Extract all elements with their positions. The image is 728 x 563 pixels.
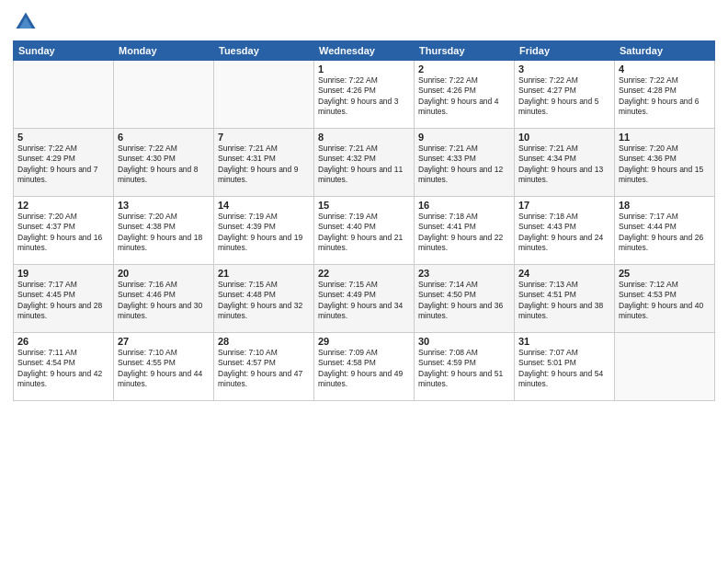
- calendar-day-header: Friday: [515, 41, 615, 61]
- day-info: Sunrise: 7:21 AM Sunset: 4:33 PM Dayligh…: [418, 144, 510, 186]
- calendar-cell: 13Sunrise: 7:20 AM Sunset: 4:38 PM Dayli…: [114, 197, 214, 265]
- day-info: Sunrise: 7:22 AM Sunset: 4:29 PM Dayligh…: [17, 144, 109, 186]
- calendar-cell: 26Sunrise: 7:11 AM Sunset: 4:54 PM Dayli…: [14, 333, 114, 401]
- calendar-cell: 12Sunrise: 7:20 AM Sunset: 4:37 PM Dayli…: [14, 197, 114, 265]
- day-number: 16: [418, 200, 510, 211]
- day-number: 10: [518, 132, 610, 143]
- calendar-cell: 20Sunrise: 7:16 AM Sunset: 4:46 PM Dayli…: [114, 265, 214, 333]
- calendar-cell: 14Sunrise: 7:19 AM Sunset: 4:39 PM Dayli…: [214, 197, 314, 265]
- calendar-cell: 25Sunrise: 7:12 AM Sunset: 4:53 PM Dayli…: [615, 265, 715, 333]
- calendar-cell: 3Sunrise: 7:22 AM Sunset: 4:27 PM Daylig…: [515, 61, 615, 129]
- calendar-cell: 16Sunrise: 7:18 AM Sunset: 4:41 PM Dayli…: [415, 197, 515, 265]
- day-number: 2: [418, 63, 510, 75]
- calendar-cell: 30Sunrise: 7:08 AM Sunset: 4:59 PM Dayli…: [415, 333, 515, 401]
- day-number: 30: [418, 336, 510, 347]
- logo: [13, 9, 42, 35]
- day-info: Sunrise: 7:09 AM Sunset: 4:58 PM Dayligh…: [318, 348, 410, 390]
- day-info: Sunrise: 7:22 AM Sunset: 4:28 PM Dayligh…: [619, 75, 711, 118]
- calendar-cell: 7Sunrise: 7:21 AM Sunset: 4:31 PM Daylig…: [214, 129, 314, 197]
- day-info: Sunrise: 7:18 AM Sunset: 4:41 PM Dayligh…: [418, 212, 510, 254]
- calendar-cell: 6Sunrise: 7:22 AM Sunset: 4:30 PM Daylig…: [114, 129, 214, 197]
- day-number: 19: [17, 268, 109, 279]
- day-number: 20: [118, 268, 210, 279]
- calendar-cell: 9Sunrise: 7:21 AM Sunset: 4:33 PM Daylig…: [415, 129, 515, 197]
- calendar-cell: 8Sunrise: 7:21 AM Sunset: 4:32 PM Daylig…: [314, 129, 415, 197]
- day-info: Sunrise: 7:22 AM Sunset: 4:30 PM Dayligh…: [118, 144, 210, 186]
- calendar-week-row: 26Sunrise: 7:11 AM Sunset: 4:54 PM Dayli…: [14, 333, 715, 401]
- day-info: Sunrise: 7:16 AM Sunset: 4:46 PM Dayligh…: [118, 280, 210, 322]
- calendar-day-header: Wednesday: [314, 41, 415, 61]
- calendar-cell: 29Sunrise: 7:09 AM Sunset: 4:58 PM Dayli…: [314, 333, 415, 401]
- calendar-table: SundayMondayTuesdayWednesdayThursdayFrid…: [13, 40, 715, 401]
- day-number: 29: [318, 336, 410, 347]
- calendar-day-header: Monday: [114, 41, 214, 61]
- day-info: Sunrise: 7:17 AM Sunset: 4:44 PM Dayligh…: [619, 212, 711, 254]
- day-info: Sunrise: 7:17 AM Sunset: 4:45 PM Dayligh…: [17, 280, 109, 322]
- calendar-cell: [114, 61, 214, 129]
- day-number: 5: [17, 132, 109, 143]
- day-info: Sunrise: 7:21 AM Sunset: 4:31 PM Dayligh…: [218, 144, 310, 186]
- calendar-cell: 21Sunrise: 7:15 AM Sunset: 4:48 PM Dayli…: [214, 265, 314, 333]
- day-info: Sunrise: 7:18 AM Sunset: 4:43 PM Dayligh…: [518, 212, 610, 254]
- day-info: Sunrise: 7:12 AM Sunset: 4:53 PM Dayligh…: [619, 280, 711, 322]
- calendar-cell: 1Sunrise: 7:22 AM Sunset: 4:26 PM Daylig…: [314, 61, 415, 129]
- day-number: 13: [118, 200, 210, 211]
- calendar-cell: 24Sunrise: 7:13 AM Sunset: 4:51 PM Dayli…: [515, 265, 615, 333]
- day-info: Sunrise: 7:11 AM Sunset: 4:54 PM Dayligh…: [17, 348, 109, 390]
- calendar-cell: 2Sunrise: 7:22 AM Sunset: 4:26 PM Daylig…: [415, 61, 515, 129]
- day-number: 25: [619, 268, 711, 279]
- day-number: 26: [17, 336, 109, 347]
- calendar-cell: 19Sunrise: 7:17 AM Sunset: 4:45 PM Dayli…: [14, 265, 114, 333]
- calendar-week-row: 5Sunrise: 7:22 AM Sunset: 4:29 PM Daylig…: [14, 129, 715, 197]
- calendar-cell: 11Sunrise: 7:20 AM Sunset: 4:36 PM Dayli…: [615, 129, 715, 197]
- day-info: Sunrise: 7:13 AM Sunset: 4:51 PM Dayligh…: [518, 280, 610, 322]
- day-number: 4: [619, 63, 711, 75]
- day-number: 6: [118, 132, 210, 143]
- day-info: Sunrise: 7:15 AM Sunset: 4:49 PM Dayligh…: [318, 280, 410, 322]
- calendar-cell: 27Sunrise: 7:10 AM Sunset: 4:55 PM Dayli…: [114, 333, 214, 401]
- day-number: 28: [218, 336, 310, 347]
- day-number: 12: [17, 200, 109, 211]
- day-number: 21: [218, 268, 310, 279]
- day-info: Sunrise: 7:20 AM Sunset: 4:38 PM Dayligh…: [118, 212, 210, 254]
- day-info: Sunrise: 7:22 AM Sunset: 4:27 PM Dayligh…: [518, 75, 610, 118]
- calendar-cell: [615, 333, 715, 401]
- day-number: 31: [518, 336, 610, 347]
- calendar-day-header: Thursday: [415, 41, 515, 61]
- day-number: 23: [418, 268, 510, 279]
- day-number: 9: [418, 132, 510, 143]
- calendar-cell: 28Sunrise: 7:10 AM Sunset: 4:57 PM Dayli…: [214, 333, 314, 401]
- calendar-cell: 18Sunrise: 7:17 AM Sunset: 4:44 PM Dayli…: [615, 197, 715, 265]
- day-info: Sunrise: 7:20 AM Sunset: 4:36 PM Dayligh…: [619, 144, 711, 186]
- day-number: 3: [518, 63, 610, 75]
- calendar-cell: 5Sunrise: 7:22 AM Sunset: 4:29 PM Daylig…: [14, 129, 114, 197]
- day-info: Sunrise: 7:20 AM Sunset: 4:37 PM Dayligh…: [17, 212, 109, 254]
- calendar-day-header: Sunday: [14, 41, 114, 61]
- calendar-cell: [14, 61, 114, 129]
- header: [13, 9, 715, 35]
- page-container: SundayMondayTuesdayWednesdayThursdayFrid…: [0, 0, 728, 563]
- day-number: 22: [318, 268, 410, 279]
- day-number: 7: [218, 132, 310, 143]
- calendar-cell: 31Sunrise: 7:07 AM Sunset: 5:01 PM Dayli…: [515, 333, 615, 401]
- day-info: Sunrise: 7:15 AM Sunset: 4:48 PM Dayligh…: [218, 280, 310, 322]
- day-info: Sunrise: 7:10 AM Sunset: 4:55 PM Dayligh…: [118, 348, 210, 390]
- day-number: 11: [619, 132, 711, 143]
- calendar-cell: 4Sunrise: 7:22 AM Sunset: 4:28 PM Daylig…: [615, 61, 715, 129]
- day-info: Sunrise: 7:08 AM Sunset: 4:59 PM Dayligh…: [418, 348, 510, 390]
- day-info: Sunrise: 7:22 AM Sunset: 4:26 PM Dayligh…: [318, 75, 410, 118]
- day-number: 8: [318, 132, 410, 143]
- calendar-day-header: Tuesday: [214, 41, 314, 61]
- day-number: 27: [118, 336, 210, 347]
- day-info: Sunrise: 7:07 AM Sunset: 5:01 PM Dayligh…: [518, 348, 610, 390]
- day-info: Sunrise: 7:21 AM Sunset: 4:32 PM Dayligh…: [318, 144, 410, 186]
- calendar-cell: [214, 61, 314, 129]
- day-number: 24: [518, 268, 610, 279]
- day-info: Sunrise: 7:14 AM Sunset: 4:50 PM Dayligh…: [418, 280, 510, 322]
- calendar-cell: 23Sunrise: 7:14 AM Sunset: 4:50 PM Dayli…: [415, 265, 515, 333]
- day-number: 1: [318, 63, 410, 75]
- day-number: 17: [518, 200, 610, 211]
- day-info: Sunrise: 7:10 AM Sunset: 4:57 PM Dayligh…: [218, 348, 310, 390]
- day-number: 14: [218, 200, 310, 211]
- day-number: 18: [619, 200, 711, 211]
